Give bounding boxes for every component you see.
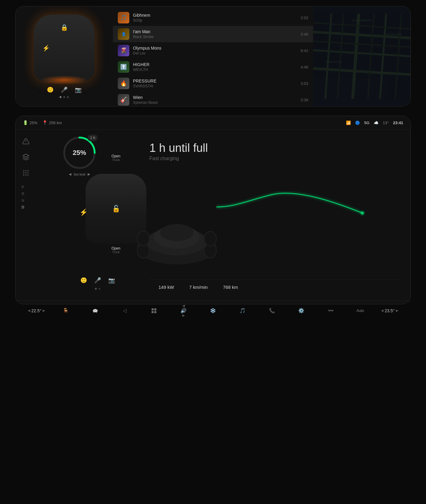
car-control-icons[interactable]: 🙂 🎤 📷	[80, 277, 115, 284]
auto-label-area: Auto	[345, 309, 375, 313]
song-title: Wien	[133, 95, 297, 100]
svg-point-27	[27, 172, 29, 173]
music-icon-2[interactable]: 🎵	[228, 301, 257, 320]
range-value: 768 km	[223, 285, 238, 290]
song-artist: Black Strobe	[133, 35, 297, 39]
list-item[interactable]: 🎸 Wien Syberian Beast 3:39	[113, 92, 313, 106]
battery-status: 🔋 25%	[23, 120, 37, 125]
seat-icon-2[interactable]: 🪑	[51, 301, 81, 320]
list-item[interactable]: ⬆️ HIGHER WEVLTH 4:48	[113, 59, 313, 75]
apps-icon-2[interactable]	[139, 301, 169, 320]
gear-selector: P R N D	[20, 184, 50, 210]
svg-point-30	[27, 174, 29, 176]
song-title: Gibhnem	[133, 13, 297, 18]
range-icon: 📍	[42, 120, 47, 125]
car-glow	[40, 75, 89, 85]
top-card: 🔒 ⚡ 🙂 🎤 📷 🎵 Gibhnem Si33p 2:02 👤	[15, 6, 411, 107]
chevron-left-icon[interactable]: ◀	[381, 309, 383, 313]
song-duration: 4:48	[301, 65, 308, 69]
svg-rect-48	[154, 308, 156, 310]
svg-marker-21	[23, 154, 29, 157]
car-controls[interactable]: 🙂 🎤 📷	[47, 86, 82, 93]
svg-point-26	[25, 172, 26, 173]
layers-icon[interactable]	[20, 152, 31, 163]
song-thumbnail: 🎸	[118, 94, 129, 106]
page-dots	[60, 96, 69, 98]
list-item[interactable]: 🎵 Gibhnem Si33p 2:02	[113, 9, 313, 26]
song-duration: 3:39	[301, 98, 308, 102]
charging-bolt-icon: ⚡	[79, 208, 88, 216]
song-info: I'am Man Black Strobe	[133, 29, 297, 39]
chevron-right-icon[interactable]: ▶	[43, 309, 45, 313]
dot-3	[67, 96, 69, 98]
charge-info: 1 h until full Fast charging	[149, 142, 401, 161]
song-artist: Def Lev	[133, 51, 297, 55]
svg-rect-50	[154, 311, 156, 313]
battery-icon: 🔋	[23, 120, 28, 125]
car-icon-2[interactable]	[81, 301, 110, 320]
song-info: Olympus Mons Def Lev	[133, 46, 297, 55]
svg-point-42	[361, 212, 364, 214]
volume-control-2[interactable]: ◀ 🔊 ▶	[169, 301, 198, 320]
gear-r[interactable]: R	[20, 191, 50, 197]
range-km: 256 km	[49, 121, 62, 125]
dot-a	[95, 288, 97, 290]
svg-point-22	[23, 170, 24, 171]
energy-icon-2[interactable]: 〰️	[316, 301, 346, 320]
chevron-right-icon[interactable]: ▶	[396, 309, 398, 313]
settings-icon-2[interactable]: ⚙️	[287, 301, 316, 320]
temp-right-charging[interactable]: ◀ 23.5° ▶	[375, 301, 404, 320]
until-full-text: 1 h until full	[149, 142, 401, 155]
svg-rect-46	[96, 312, 97, 313]
camera-icon[interactable]: 📷	[75, 86, 82, 93]
gear-p[interactable]: P	[20, 184, 50, 190]
svg-point-40	[204, 231, 216, 246]
temp-left-charging[interactable]: ◀ 22.5° ▶	[22, 301, 51, 320]
open-front-label: Open	[111, 246, 120, 250]
svg-text:Draug.Gynimas: Draug.Gynimas	[325, 60, 342, 63]
open-front-area[interactable]: Open Trunk	[111, 246, 120, 254]
song-info: HIGHER WEVLTH	[133, 62, 297, 72]
temp-right-val: 23.5°	[385, 308, 395, 313]
open-trunk-area[interactable]: Open Trunk	[111, 154, 120, 162]
header-right: 📶 🔵 5G ☁️ 13° 23:41	[346, 121, 403, 125]
car-cable-visual	[149, 161, 401, 279]
mic-icon[interactable]: 🎤	[61, 86, 68, 93]
song-artist: Syberian Beast	[133, 100, 297, 105]
warning-icon[interactable]	[20, 136, 31, 147]
svg-point-24	[27, 170, 29, 171]
smiley-icon[interactable]: 🙂	[47, 86, 54, 93]
list-item[interactable]: 🌋 Olympus Mons Def Lev 8:42	[113, 42, 313, 59]
grid-dots-icon[interactable]	[20, 167, 31, 178]
song-list: 🎵 Gibhnem Si33p 2:02 👤 I'am Man Black St…	[113, 6, 313, 106]
speed-value: 7 km/min	[189, 285, 208, 290]
gear-n[interactable]: N	[20, 198, 50, 203]
list-item[interactable]: 👤 I'am Man Black Strobe 3:40	[113, 26, 313, 42]
cloud-icon: ☁️	[374, 121, 379, 125]
wifi-icon: 📶	[346, 121, 351, 125]
song-artist: SVARDSTAI	[133, 84, 297, 88]
ac-icon-2[interactable]: ❄️	[198, 301, 228, 320]
list-item[interactable]: 🔥 PRESSURE SVARDSTAI 3:03	[113, 75, 313, 92]
left-sidebar: P R N D	[16, 130, 55, 301]
unlock-icon: 🔓	[112, 205, 120, 213]
lock-icon: 🔒	[61, 24, 68, 31]
chevron-left-icon[interactable]: ◀	[28, 309, 30, 313]
open-trunk-label: Open	[111, 154, 120, 158]
camera-icon-2[interactable]: 📷	[108, 277, 115, 284]
clock-display: 23:41	[393, 121, 403, 125]
smiley-icon-2[interactable]: 🙂	[80, 277, 87, 284]
charging-stats: 149 kW 7 km/min 768 km	[149, 279, 401, 295]
mic-icon-2[interactable]: 🎤	[94, 277, 101, 284]
phone-icon-2[interactable]: 📞	[257, 301, 287, 320]
page-dots-charging	[95, 288, 100, 290]
svg-rect-45	[93, 312, 94, 313]
svg-point-25	[23, 172, 24, 173]
car-top-view: 🔒 ⚡	[34, 15, 95, 82]
trunk-sub-label: Trunk	[111, 158, 120, 162]
song-info: Wien Syberian Beast	[133, 95, 297, 105]
gear-d[interactable]: D	[20, 205, 50, 210]
battery-percent: 25%	[30, 121, 37, 125]
navigation-icon-2[interactable]: ◁	[110, 301, 139, 320]
song-thumbnail: 🎵	[118, 12, 129, 23]
